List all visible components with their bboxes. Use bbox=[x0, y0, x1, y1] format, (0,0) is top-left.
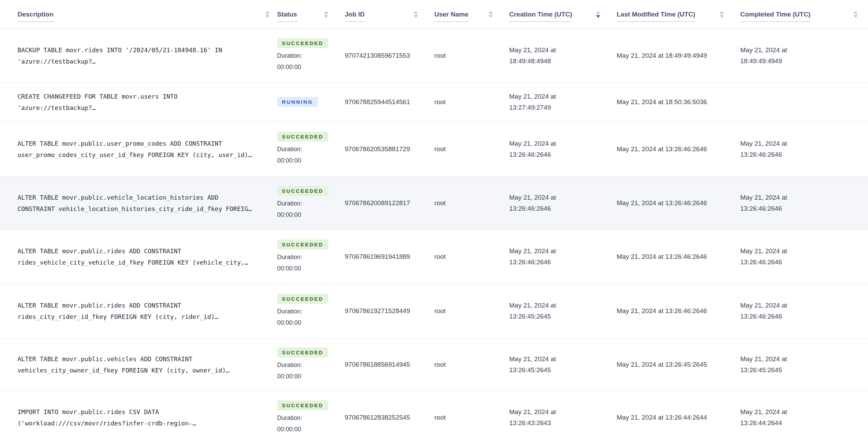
header-row: DescriptionStatusJob IDUser NameCreation… bbox=[0, 0, 868, 29]
last-modified-time-cell: May 21, 2024 at 13:26:44:2644 bbox=[617, 391, 740, 444]
creation-time-cell: May 21, 2024 at 13:26:46:2646 bbox=[509, 230, 617, 284]
user-name: root bbox=[434, 307, 446, 314]
sort-icon bbox=[265, 11, 270, 18]
last-modified-time: May 21, 2024 at 13:26:46:2646 bbox=[617, 307, 707, 314]
last-modified-time-cell: May 21, 2024 at 18:49:49:4949 bbox=[617, 29, 740, 82]
job-duration: Duration: 00:00:00 bbox=[277, 412, 328, 435]
table-row: IMPORT INTO movr.public.rides CSV DATA (… bbox=[0, 391, 868, 444]
column-header-inner: Creation Time (UTC) bbox=[509, 11, 617, 18]
completed-time: May 21, 2024 at 18:49:49:4949 bbox=[740, 46, 787, 65]
job-id: 970678620535881729 bbox=[345, 145, 410, 153]
job-description-link[interactable]: ALTER TABLE movr.public.vehicle_location… bbox=[18, 192, 269, 214]
creation-time-cell: May 21, 2024 at 13:27:49:2749 bbox=[509, 82, 617, 122]
table-row: ALTER TABLE movr.public.vehicles ADD CON… bbox=[0, 338, 868, 391]
user-name-cell: root bbox=[434, 284, 509, 338]
job-description-link[interactable]: ALTER TABLE movr.public.rides ADD CONSTR… bbox=[18, 245, 269, 268]
job-description-link[interactable]: BACKUP TABLE movr.rides INTO '/2024/05/2… bbox=[18, 44, 269, 67]
last-modified-time-cell: May 21, 2024 at 13:26:46:2646 bbox=[617, 284, 740, 338]
creation-time-cell: May 21, 2024 at 13:26:46:2646 bbox=[509, 122, 617, 177]
sort-down-arrow-icon bbox=[265, 15, 270, 18]
description-cell: ALTER TABLE movr.public.vehicles ADD CON… bbox=[0, 338, 277, 391]
last-modified-time-cell: May 21, 2024 at 13:26:46:2646 bbox=[617, 230, 740, 284]
description-cell: ALTER TABLE movr.public.rides ADD CONSTR… bbox=[0, 284, 277, 338]
user-name-cell: root bbox=[434, 338, 509, 391]
column-header-inner: Last Modified Time (UTC) bbox=[617, 11, 740, 18]
last-modified-time: May 21, 2024 at 13:26:44:2644 bbox=[617, 414, 707, 421]
user-name-cell: root bbox=[434, 230, 509, 284]
table-row: ALTER TABLE movr.public.rides ADD CONSTR… bbox=[0, 230, 868, 284]
user-name: root bbox=[434, 199, 446, 207]
jobs-table-header: DescriptionStatusJob IDUser NameCreation… bbox=[0, 0, 868, 29]
status-badge: SUCCEEDED bbox=[277, 132, 328, 142]
creation-time-cell: May 21, 2024 at 13:26:45:2645 bbox=[509, 284, 617, 338]
status-cell: SUCCEEDEDDuration: 00:00:00 bbox=[277, 391, 345, 444]
sort-up-arrow-icon bbox=[414, 11, 418, 14]
status-cell: SUCCEEDEDDuration: 00:00:00 bbox=[277, 338, 345, 391]
sort-down-arrow-icon bbox=[414, 15, 418, 18]
sort-up-arrow-icon bbox=[854, 11, 858, 14]
column-header-status[interactable]: Status bbox=[277, 0, 345, 29]
column-header-label: User Name bbox=[434, 11, 468, 22]
last-modified-time-cell: May 21, 2024 at 13:26:46:2646 bbox=[617, 177, 740, 230]
column-header-creation_time[interactable]: Creation Time (UTC) bbox=[509, 0, 617, 29]
sort-up-arrow-icon bbox=[265, 11, 270, 14]
table-row: CREATE CHANGEFEED FOR TABLE movr.users I… bbox=[0, 82, 868, 122]
job-description-link[interactable]: ALTER TABLE movr.public.rides ADD CONSTR… bbox=[18, 300, 269, 322]
job-description-link[interactable]: ALTER TABLE movr.public.user_promo_codes… bbox=[18, 138, 269, 160]
job-description-link[interactable]: CREATE CHANGEFEED FOR TABLE movr.users I… bbox=[18, 91, 269, 113]
job-duration: Duration: 00:00:00 bbox=[277, 144, 328, 166]
job-duration: Duration: 00:00:00 bbox=[277, 198, 328, 221]
sort-icon bbox=[414, 11, 418, 18]
status-badge: SUCCEEDED bbox=[277, 186, 328, 196]
table-row: ALTER TABLE movr.public.rides ADD CONSTR… bbox=[0, 284, 868, 338]
column-header-description[interactable]: Description bbox=[0, 0, 277, 29]
sort-icon bbox=[596, 11, 600, 18]
status-cell: SUCCEEDEDDuration: 00:00:00 bbox=[277, 122, 345, 177]
job-description-link[interactable]: ALTER TABLE movr.public.vehicles ADD CON… bbox=[18, 353, 269, 376]
description-cell: IMPORT INTO movr.public.rides CSV DATA (… bbox=[0, 391, 277, 444]
job-id-cell: 970678619691941889 bbox=[345, 230, 434, 284]
job-id-cell: 970678620535881729 bbox=[345, 122, 434, 177]
column-header-label: Creation Time (UTC) bbox=[509, 11, 572, 22]
job-duration: Duration: 00:00:00 bbox=[277, 252, 328, 274]
column-header-user_name[interactable]: User Name bbox=[434, 0, 509, 29]
column-header-label: Last Modified Time (UTC) bbox=[617, 11, 695, 22]
status-badge: SUCCEEDED bbox=[277, 400, 328, 410]
last-modified-time: May 21, 2024 at 18:49:49:4949 bbox=[617, 52, 707, 59]
user-name: root bbox=[434, 98, 446, 106]
sort-up-arrow-icon bbox=[324, 11, 328, 14]
sort-icon bbox=[720, 11, 724, 18]
last-modified-time-cell: May 21, 2024 at 13:26:46:2646 bbox=[617, 122, 740, 177]
completed-time-cell: May 21, 2024 at 18:49:49:4949 bbox=[740, 29, 868, 82]
last-modified-time: May 21, 2024 at 13:26:46:2646 bbox=[617, 253, 707, 260]
completed-time: May 21, 2024 at 13:26:46:2646 bbox=[740, 302, 787, 320]
column-header-last_modified_time[interactable]: Last Modified Time (UTC) bbox=[617, 0, 740, 29]
completed-time: May 21, 2024 at 13:26:45:2645 bbox=[740, 355, 787, 374]
creation-time: May 21, 2024 at 13:26:45:2645 bbox=[509, 302, 556, 320]
completed-time-cell: May 21, 2024 at 13:26:46:2646 bbox=[740, 177, 868, 230]
last-modified-time-cell: May 21, 2024 at 13:26:45:2645 bbox=[617, 338, 740, 391]
sort-icon bbox=[854, 11, 858, 18]
job-id-cell: 970678619271528449 bbox=[345, 284, 434, 338]
completed-time: May 21, 2024 at 13:26:46:2646 bbox=[740, 247, 787, 266]
job-id-cell: 970678620089122817 bbox=[345, 177, 434, 230]
column-header-label: Completed Time (UTC) bbox=[740, 11, 810, 22]
sort-down-arrow-icon bbox=[324, 15, 328, 18]
completed-time: May 21, 2024 at 13:26:44:2644 bbox=[740, 408, 787, 426]
last-modified-time: May 21, 2024 at 18:50:36:5036 bbox=[617, 98, 707, 106]
column-header-completed_time[interactable]: Completed Time (UTC) bbox=[740, 0, 868, 29]
job-id: 970678618856914945 bbox=[345, 361, 410, 368]
user-name-cell: root bbox=[434, 29, 509, 82]
completed-time: May 21, 2024 at 13:26:46:2646 bbox=[740, 140, 787, 158]
description-cell: ALTER TABLE movr.public.rides ADD CONSTR… bbox=[0, 230, 277, 284]
creation-time: May 21, 2024 at 13:26:43:2643 bbox=[509, 408, 556, 426]
status-cell: SUCCEEDEDDuration: 00:00:00 bbox=[277, 177, 345, 230]
status-badge: SUCCEEDED bbox=[277, 347, 328, 357]
completed-time-cell: May 21, 2024 at 13:26:46:2646 bbox=[740, 122, 868, 177]
sort-up-arrow-icon bbox=[489, 11, 493, 14]
column-header-job_id[interactable]: Job ID bbox=[345, 0, 434, 29]
job-id-cell: 970678612838252545 bbox=[345, 391, 434, 444]
status-badge: RUNNING bbox=[277, 97, 318, 107]
last-modified-time-cell: May 21, 2024 at 18:50:36:5036 bbox=[617, 82, 740, 122]
job-description-link[interactable]: IMPORT INTO movr.public.rides CSV DATA (… bbox=[18, 406, 269, 429]
